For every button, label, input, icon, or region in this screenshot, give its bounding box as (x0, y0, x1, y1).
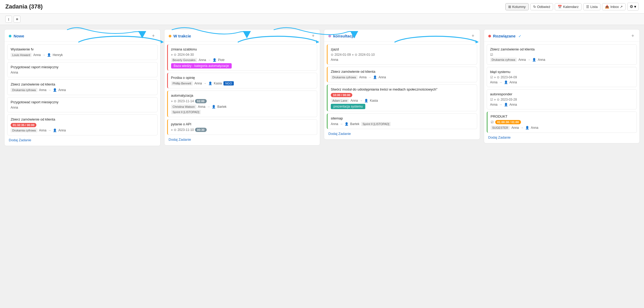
card-sub: Sprint II [LISTOPAD] (171, 110, 314, 114)
header-actions: ⊞ Kolumny ↻ Odśwież 📅 Kalendarz ☰ Lista … (505, 3, 639, 11)
card-zamowienie-1[interactable]: Zbierz zamówienie od klienta Drukarnia c… (7, 79, 158, 95)
assignee-name: Bartek (350, 122, 359, 126)
sprint-tag: Sprint II [LISTOPAD] (361, 122, 391, 126)
filter-button[interactable]: ≡ (14, 16, 20, 23)
column-w-trakcie: W trakcie + zmiana szablonu » ⊙ 2024-04-… (164, 29, 320, 146)
assignee-name: Anna (538, 58, 545, 62)
card-meta: Anna (11, 71, 154, 74)
company-tag: Phillip Bennett (171, 81, 193, 85)
card-automatyzacja[interactable]: automatyzacja » ⊙ 2023-11-14 02:00 Chris… (167, 91, 317, 117)
card-date: » ⊙ 2023-11-10 00:30 (171, 128, 314, 132)
checkbox-icon: ☑ (491, 120, 494, 124)
card-wystawienie-fv[interactable]: Wystawienie fv Louis Howard Anna → 👤 Hen… (7, 44, 158, 60)
card-pytanie-api[interactable]: pytanie o API » ⊙ 2023-11-10 00:30 (167, 119, 317, 135)
card-autoresponder[interactable]: autoresponder ☑ » ⊙ 2023-03-28 Anna → 👤 … (487, 89, 637, 109)
w-trakcie-add-task-link[interactable]: Dodaj Zadanie (164, 135, 320, 145)
company-tag: Drukarnia cyfrowa (11, 88, 37, 92)
time-badge: 00:30 (195, 128, 207, 132)
sort-icon: ↕ (8, 17, 10, 21)
card-zmiana-szablonu[interactable]: zmiana szablonu » ⊙ 2024-04-30 Beverly G… (167, 44, 317, 71)
card-meta: ☑ 01:00:38 / 01:00 (491, 120, 634, 124)
assignee-name: Anna (510, 80, 517, 84)
konsultacja-dot (328, 35, 331, 37)
assignee-icon: 👤 (212, 105, 216, 109)
assignee-name: Anna (510, 103, 517, 106)
arrow-sep: → (48, 88, 51, 92)
card-zbierz-rozwiazane[interactable]: Zbierz zamówienie od klienta ☑ Drukarnia… (487, 44, 637, 65)
card-meta: Phillip Bennett Anna → 👤 Kasia NGO (171, 81, 314, 85)
card-stwórz-moduł[interactable]: Stwórz moduł do udostępniania treści w m… (327, 84, 477, 111)
nowe-add-task-link[interactable]: Dodaj Zadanie (5, 135, 160, 146)
sort-button[interactable]: ↕ (5, 16, 12, 23)
dbl-arrow-icon: » (171, 99, 173, 103)
refresh-icon: ↻ (533, 5, 536, 9)
card-date: ☑ » ⊙ 2023-04-09 (490, 75, 634, 79)
konsultacja-add-task-link[interactable]: Dodaj Zadanie (324, 129, 480, 139)
card-blad-systemu[interactable]: błąd systemu ☑ » ⊙ 2023-04-09 Anna → 👤 A… (487, 67, 637, 87)
card-title: błąd systemu (490, 70, 634, 74)
card-produkt[interactable]: PRODUKT ☑ 01:00:38 / 01:00 SUGESTER Anna… (487, 112, 637, 133)
person-name: Anna (359, 75, 367, 79)
person-name: Anna (39, 88, 46, 92)
lista-button[interactable]: ☰ Lista (583, 3, 600, 10)
konsultacja-title: konsultacja (333, 34, 355, 38)
card-date: ☑ » ⊙ 2023-03-28 (490, 98, 634, 101)
column-rozwiazane-header: Rozwiązane ✓ + (484, 29, 640, 42)
inbox-button[interactable]: 📥 Inbox ↗ (602, 3, 625, 10)
odswiez-button[interactable]: ↻ Odśwież (530, 3, 553, 10)
clock-icon2: ⊙ (355, 53, 357, 57)
person-name: Anna (194, 82, 202, 85)
arrow-icon: » (352, 53, 354, 57)
person-name: Anna (490, 103, 498, 106)
sprint-tag: Sprint II [LISTOPAD] (171, 110, 201, 114)
assignee-icon: 👤 (345, 122, 349, 126)
person-name: Anna (11, 71, 18, 74)
blue-tag: NGO (223, 81, 234, 85)
gear-button[interactable]: ⚙ ▾ (627, 3, 639, 11)
kolumny-button[interactable]: ⊞ Kolumny (505, 3, 529, 10)
filter-icon: ≡ (16, 17, 18, 21)
company-tag: Drukarnia cyfrowa (11, 128, 37, 132)
card-raport-1[interactable]: Przygotować raport miesięczny Anna (7, 62, 158, 77)
arrow-sep: → (48, 129, 51, 132)
card-title: Przygotować raport miesięczny (11, 65, 154, 69)
arrow-sep: → (42, 53, 45, 57)
nowe-cards: Wystawienie fv Louis Howard Anna → 👤 Hen… (5, 42, 160, 135)
card-meta: Anna → 👤 Bartek Sprint II [LISTOPAD] (331, 122, 474, 126)
card-tag: prezentacja systemu (331, 104, 474, 108)
konsultacja-cards: zjazd ⊙ 2024-01-09 » ⊙ 2024-01-10 Anna Z… (324, 42, 480, 129)
person-name: Anna (199, 58, 206, 62)
card-title: zmiana szablonu (171, 47, 314, 51)
person-name: Anna (518, 58, 526, 62)
w-trakcie-add-button[interactable]: + (311, 33, 316, 39)
rozwiazane-title: Rozwiązane (493, 34, 516, 38)
card-sitemap[interactable]: sitemap Anna → 👤 Bartek Sprint II [LISTO… (327, 113, 477, 129)
card-raport-2[interactable]: Przygotować raport miesięczny Anna (7, 97, 158, 112)
nowe-add-button[interactable]: + (151, 33, 156, 39)
card-tag: Baza wiedzy - kategoria automatyzacje (171, 64, 314, 68)
card-meta: ☑ (490, 53, 634, 57)
card-date: ⊙ 2024-01-09 » ⊙ 2024-01-10 (331, 53, 474, 57)
person-name: Anna (511, 126, 519, 130)
konsultacja-add-button[interactable]: + (471, 33, 476, 39)
rozwiazane-add-task-link[interactable]: Dodaj Zadanie (484, 133, 640, 143)
assignee-name: Kasia (214, 82, 222, 85)
card-zamowienie-konsultacja[interactable]: Zbierz zamówienie od klienta Drukarnia c… (327, 67, 477, 82)
assignee-icon: 👤 (504, 80, 508, 84)
dbl-arrow-icon: » (171, 128, 173, 132)
card-title: pytanie o API (171, 122, 314, 126)
card-zamowienie-2[interactable]: Zbierz zamówienie od klienta 01:32:35 / … (7, 114, 158, 135)
card-prosba-opinie[interactable]: Prośba o opinię Phillip Bennett Anna → 👤… (167, 73, 317, 88)
assignee-name: Anna (379, 75, 386, 79)
assignee-name: Henryk (53, 53, 63, 57)
person-name: Anna (39, 129, 46, 132)
nowe-dot (9, 35, 11, 37)
card-zjazd[interactable]: zjazd ⊙ 2024-01-09 » ⊙ 2024-01-10 Anna (327, 44, 477, 65)
app-title: Zadania (378) (5, 3, 43, 10)
kalendarz-button[interactable]: 📅 Kalendarz (555, 3, 582, 10)
card-meta: Anna (331, 58, 474, 62)
card-meta: Drukarnia cyfrowa Anna → 👤 Anna (331, 75, 474, 79)
arrow-sep: → (204, 82, 207, 85)
rozwiazane-add-button[interactable]: + (630, 33, 635, 39)
card-title: PRODUKT (491, 114, 634, 118)
